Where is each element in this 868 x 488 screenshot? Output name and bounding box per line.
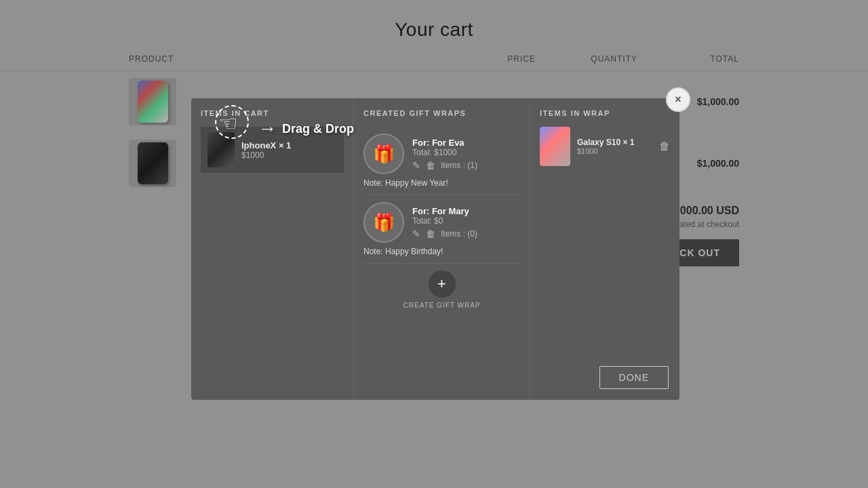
gift-note: Note: Happy Birthday! xyxy=(363,247,520,256)
gift-wrap-card: 🎁 For: For Eva Total: $1000 xyxy=(363,127,520,195)
edit-icon[interactable]: ✎ xyxy=(412,160,420,171)
wrap-item-info: Galaxy S10 × 1 $1000 xyxy=(577,138,652,155)
gift-actions: ✎ 🗑 Items : (0) xyxy=(412,228,520,239)
plus-icon: + xyxy=(437,277,446,291)
gift-info: For: For Eva Total: $1000 ✎ 🗑 Items : (1… xyxy=(412,138,520,171)
wrap-item-price: $1000 xyxy=(577,147,652,155)
create-gift-wrap-button[interactable]: + xyxy=(429,270,456,298)
delete-icon[interactable]: 🗑 xyxy=(426,228,435,239)
panel-wrap-title: ITEMS IN WRAP xyxy=(540,109,670,117)
gift-note: Note: Happy New Year! xyxy=(363,178,520,188)
gift-items-count: Items : (1) xyxy=(441,161,477,170)
wrap-item-name: Galaxy S10 × 1 xyxy=(577,138,652,147)
done-button[interactable]: DONE xyxy=(599,366,669,389)
edit-icon[interactable]: ✎ xyxy=(412,228,420,239)
gift-for: For: For Mary xyxy=(412,206,520,216)
gift-box-icon: 🎁 xyxy=(373,144,395,165)
create-wrap-area: + CREATE GIFT WRAP xyxy=(363,264,520,323)
gift-icon-circle[interactable]: 🎁 xyxy=(363,134,404,174)
gift-card-top: 🎁 For: For Eva Total: $1000 xyxy=(363,134,520,174)
gift-items-count: Items : (0) xyxy=(441,229,477,239)
drag-cursor-icon: ☜ xyxy=(212,105,252,152)
drag-arrow-icon: → xyxy=(258,118,277,140)
wrap-item-thumbnail xyxy=(540,127,570,166)
hand-icon: ☜ xyxy=(218,110,238,136)
modal-body: ITEMS IN CART IphoneX × 1 $1000 ☜ → Dr xyxy=(191,98,679,400)
gift-box-icon: 🎁 xyxy=(373,212,395,233)
gift-wrap-modal: × ITEMS IN CART IphoneX × 1 $1000 ☜ xyxy=(191,98,679,400)
gift-total: Total: $0 xyxy=(412,216,520,226)
panel-gifts-title: CREATED GIFT WRAPS xyxy=(363,109,520,117)
cart-page: Your cart PRODUCT PRICE QUANTITY TOTAL $… xyxy=(0,0,868,488)
create-wrap-label: CREATE GIFT WRAP xyxy=(403,302,481,309)
panel-gifts: CREATED GIFT WRAPS 🎁 For: For Eva xyxy=(354,98,530,400)
gift-actions: ✎ 🗑 Items : (1) xyxy=(412,160,520,171)
gift-card-top: 🎁 For: For Mary Total: $0 xyxy=(363,202,520,243)
delete-icon[interactable]: 🗑 xyxy=(426,160,435,171)
drag-drop-hint: ☜ → Drag & Drop xyxy=(212,105,354,152)
modal-close-button[interactable]: × xyxy=(666,87,690,112)
gift-icon-circle[interactable]: 🎁 xyxy=(363,202,404,243)
wrap-item-card: Galaxy S10 × 1 $1000 🗑 xyxy=(540,127,670,166)
gift-info: For: For Mary Total: $0 ✎ 🗑 Items : (0) xyxy=(412,206,520,239)
drag-drop-label: Drag & Drop xyxy=(282,122,354,136)
wrap-delete-icon[interactable]: 🗑 xyxy=(659,140,670,152)
gift-wrap-card: 🎁 For: For Mary Total: $0 xyxy=(363,195,520,264)
gift-for: For: For Eva xyxy=(412,138,520,148)
panel-wrap: ITEMS IN WRAP Galaxy S10 × 1 $1000 🗑 DON… xyxy=(530,98,679,400)
panel-cart: ITEMS IN CART IphoneX × 1 $1000 ☜ → Dr xyxy=(191,98,354,400)
gift-total: Total: $1000 xyxy=(412,148,520,157)
